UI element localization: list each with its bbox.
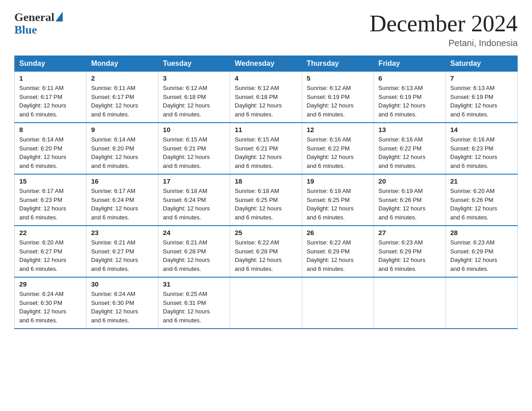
table-row: 18 Sunrise: 6:18 AM Sunset: 6:25 PM Dayl…	[230, 174, 302, 226]
daylight-label: Daylight: 12 hours	[307, 154, 354, 160]
daylight-minutes: and 6 minutes.	[163, 214, 201, 221]
daylight-label: Daylight: 12 hours	[450, 205, 498, 212]
day-number: 26	[307, 229, 369, 236]
day-info: Sunrise: 6:17 AM Sunset: 6:23 PM Dayligh…	[19, 187, 82, 222]
day-info: Sunrise: 6:21 AM Sunset: 6:27 PM Dayligh…	[91, 238, 153, 273]
sunset-label: Sunset: 6:21 PM	[235, 145, 278, 152]
day-number: 9	[91, 126, 153, 133]
daylight-minutes: and 6 minutes.	[378, 111, 416, 118]
table-row: 20 Sunrise: 6:19 AM Sunset: 6:26 PM Dayl…	[374, 174, 446, 226]
daylight-label: Daylight: 12 hours	[91, 102, 138, 109]
daylight-label: Daylight: 12 hours	[307, 205, 354, 212]
daylight-label: Daylight: 12 hours	[235, 205, 282, 212]
day-info: Sunrise: 6:14 AM Sunset: 6:20 PM Dayligh…	[19, 135, 82, 170]
sunset-label: Sunset: 6:22 PM	[378, 145, 421, 152]
day-info: Sunrise: 6:12 AM Sunset: 6:18 PM Dayligh…	[235, 84, 297, 119]
daylight-minutes: and 6 minutes.	[235, 265, 273, 272]
table-row	[446, 277, 517, 329]
table-row: 10 Sunrise: 6:15 AM Sunset: 6:21 PM Dayl…	[158, 123, 230, 174]
sunrise-label: Sunrise: 6:12 AM	[163, 85, 207, 91]
daylight-label: Daylight: 12 hours	[378, 205, 425, 212]
sunrise-label: Sunrise: 6:17 AM	[19, 188, 64, 194]
sunset-label: Sunset: 6:28 PM	[163, 248, 206, 255]
logo-blue-text: Blue	[14, 23, 37, 37]
daylight-minutes: and 6 minutes.	[163, 317, 201, 324]
daylight-minutes: and 6 minutes.	[91, 214, 129, 221]
sunset-label: Sunset: 6:23 PM	[19, 197, 62, 203]
daylight-label: Daylight: 12 hours	[307, 102, 354, 109]
daylight-label: Daylight: 12 hours	[235, 154, 282, 160]
daylight-minutes: and 6 minutes.	[235, 111, 273, 118]
day-info: Sunrise: 6:24 AM Sunset: 6:30 PM Dayligh…	[91, 290, 153, 325]
day-number: 23	[91, 229, 153, 236]
daylight-minutes: and 6 minutes.	[91, 111, 129, 118]
sunrise-label: Sunrise: 6:16 AM	[307, 136, 351, 143]
day-info: Sunrise: 6:13 AM Sunset: 6:19 PM Dayligh…	[378, 84, 441, 119]
daylight-label: Daylight: 12 hours	[19, 257, 66, 263]
calendar-week-row: 22 Sunrise: 6:20 AM Sunset: 6:27 PM Dayl…	[15, 226, 518, 277]
sunset-label: Sunset: 6:22 PM	[307, 145, 350, 152]
daylight-minutes: and 6 minutes.	[19, 111, 57, 118]
daylight-minutes: and 6 minutes.	[19, 317, 57, 324]
sunset-label: Sunset: 6:18 PM	[235, 94, 278, 100]
table-row: 5 Sunrise: 6:12 AM Sunset: 6:19 PM Dayli…	[302, 72, 373, 123]
sunrise-label: Sunrise: 6:19 AM	[378, 188, 423, 194]
sunset-label: Sunset: 6:28 PM	[235, 248, 278, 255]
day-info: Sunrise: 6:15 AM Sunset: 6:21 PM Dayligh…	[163, 135, 225, 170]
table-row: 29 Sunrise: 6:24 AM Sunset: 6:30 PM Dayl…	[15, 277, 86, 329]
sunset-label: Sunset: 6:26 PM	[378, 197, 421, 203]
day-number: 22	[19, 229, 82, 236]
table-row: 22 Sunrise: 6:20 AM Sunset: 6:27 PM Dayl…	[15, 226, 86, 277]
sunrise-label: Sunrise: 6:20 AM	[19, 239, 64, 246]
sunset-label: Sunset: 6:29 PM	[307, 248, 350, 255]
sunrise-label: Sunrise: 6:21 AM	[91, 239, 135, 246]
daylight-minutes: and 6 minutes.	[19, 214, 57, 221]
table-row: 4 Sunrise: 6:12 AM Sunset: 6:18 PM Dayli…	[230, 72, 302, 123]
sunset-label: Sunset: 6:20 PM	[91, 145, 134, 152]
location-subtitle: Petani, Indonesia	[369, 38, 518, 48]
table-row: 7 Sunrise: 6:13 AM Sunset: 6:19 PM Dayli…	[446, 72, 517, 123]
header-wednesday: Wednesday	[230, 56, 302, 72]
day-number: 2	[91, 74, 153, 82]
sunrise-label: Sunrise: 6:23 AM	[378, 239, 423, 246]
calendar-week-row: 15 Sunrise: 6:17 AM Sunset: 6:23 PM Dayl…	[15, 174, 518, 226]
day-number: 5	[307, 74, 369, 82]
header-tuesday: Tuesday	[158, 56, 230, 72]
logo: General Blue	[14, 11, 63, 37]
daylight-minutes: and 6 minutes.	[163, 265, 201, 272]
title-area: December 2024 Petani, Indonesia	[369, 11, 518, 48]
sunrise-label: Sunrise: 6:12 AM	[235, 85, 279, 91]
day-info: Sunrise: 6:20 AM Sunset: 6:26 PM Dayligh…	[450, 187, 513, 222]
daylight-label: Daylight: 12 hours	[19, 154, 66, 160]
day-number: 15	[19, 177, 82, 185]
calendar-week-row: 29 Sunrise: 6:24 AM Sunset: 6:30 PM Dayl…	[15, 277, 518, 329]
day-number: 21	[450, 177, 513, 185]
daylight-label: Daylight: 12 hours	[163, 257, 210, 263]
daylight-minutes: and 6 minutes.	[19, 163, 57, 169]
table-row: 27 Sunrise: 6:23 AM Sunset: 6:29 PM Dayl…	[374, 226, 446, 277]
daylight-minutes: and 6 minutes.	[19, 265, 57, 272]
day-info: Sunrise: 6:22 AM Sunset: 6:29 PM Dayligh…	[307, 238, 369, 273]
day-number: 6	[378, 74, 441, 82]
sunset-label: Sunset: 6:29 PM	[378, 248, 421, 255]
table-row: 15 Sunrise: 6:17 AM Sunset: 6:23 PM Dayl…	[15, 174, 86, 226]
daylight-minutes: and 6 minutes.	[307, 111, 345, 118]
logo-arrow-icon	[56, 12, 63, 21]
sunrise-label: Sunrise: 6:22 AM	[235, 239, 279, 246]
day-number: 30	[91, 280, 153, 288]
day-number: 14	[450, 126, 513, 133]
sunset-label: Sunset: 6:30 PM	[91, 300, 134, 306]
table-row: 9 Sunrise: 6:14 AM Sunset: 6:20 PM Dayli…	[86, 123, 158, 174]
day-info: Sunrise: 6:18 AM Sunset: 6:25 PM Dayligh…	[235, 187, 297, 222]
day-number: 29	[19, 280, 82, 288]
daylight-label: Daylight: 12 hours	[378, 154, 425, 160]
daylight-label: Daylight: 12 hours	[19, 308, 66, 315]
sunrise-label: Sunrise: 6:13 AM	[378, 85, 423, 91]
day-number: 10	[163, 126, 225, 133]
table-row: 31 Sunrise: 6:25 AM Sunset: 6:31 PM Dayl…	[158, 277, 230, 329]
table-row	[230, 277, 302, 329]
table-row: 1 Sunrise: 6:11 AM Sunset: 6:17 PM Dayli…	[15, 72, 86, 123]
sunrise-label: Sunrise: 6:15 AM	[235, 136, 279, 143]
table-row	[374, 277, 446, 329]
day-info: Sunrise: 6:23 AM Sunset: 6:29 PM Dayligh…	[450, 238, 513, 273]
